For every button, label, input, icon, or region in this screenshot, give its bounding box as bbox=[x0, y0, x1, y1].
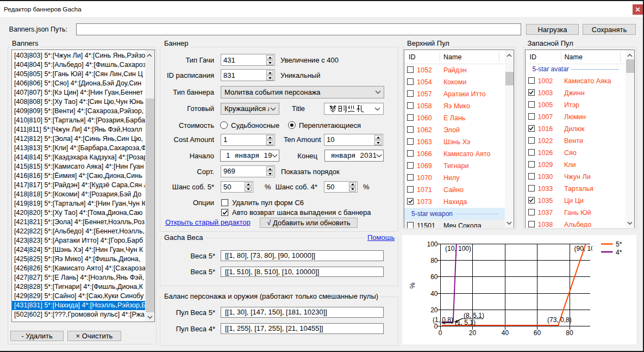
svg-text:(8, 5,1): (8, 5,1) bbox=[464, 311, 484, 319]
svg-text:5*: 5* bbox=[616, 240, 622, 248]
svg-text:80: 80 bbox=[566, 329, 573, 337]
svg-text:(90, 100): (90, 100) bbox=[574, 245, 601, 252]
svg-text:60: 60 bbox=[430, 273, 438, 281]
svg-text:(73, 0,8): (73, 0,8) bbox=[547, 316, 572, 324]
svg-text:100: 100 bbox=[427, 240, 437, 248]
svg-text:(1, 0,8): (1, 0,8) bbox=[433, 316, 453, 324]
svg-text:%: % bbox=[409, 282, 416, 288]
svg-text:80: 80 bbox=[430, 257, 438, 264]
svg-text:0: 0 bbox=[434, 323, 438, 330]
svg-text:20: 20 bbox=[469, 329, 477, 337]
svg-text:20: 20 bbox=[430, 306, 438, 313]
svg-text:4*: 4* bbox=[616, 248, 622, 256]
svg-text:(1, 5,1): (1, 5,1) bbox=[455, 319, 476, 326]
svg-text:60: 60 bbox=[534, 329, 541, 337]
svg-text:0: 0 bbox=[439, 329, 442, 337]
svg-text:(10, 100): (10, 100) bbox=[445, 245, 471, 252]
svg-text:40: 40 bbox=[502, 329, 509, 337]
svg-text:40: 40 bbox=[430, 289, 438, 297]
